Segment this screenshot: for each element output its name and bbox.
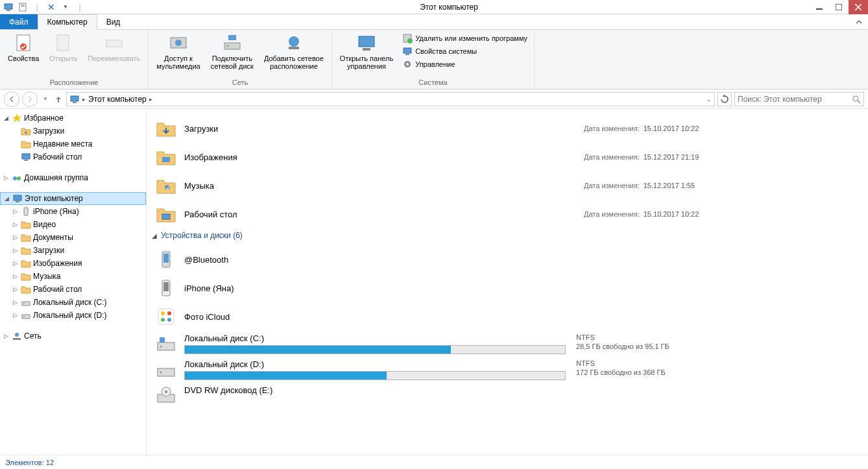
svg-rect-28	[71, 96, 78, 101]
tab-file[interactable]: Файл	[0, 14, 38, 29]
expander-icon[interactable]: ▷	[12, 247, 19, 254]
add-network-location-button[interactable]: Добавить сетевое расположение	[260, 31, 328, 71]
svg-line-31	[858, 101, 860, 103]
maximize-button[interactable]	[829, 0, 849, 14]
search-input[interactable]	[738, 95, 852, 104]
devices-group-header[interactable]: ◢ Устройства и диски (6)	[152, 231, 858, 240]
status-bar: Элементов: 12	[0, 455, 868, 469]
uninstall-program-button[interactable]: Удалить или изменить программу	[400, 32, 530, 44]
up-button[interactable]	[53, 91, 64, 107]
tree-desktop2[interactable]: ▷ Рабочий стол	[0, 283, 146, 296]
folder-music-icon	[21, 271, 31, 282]
expander-icon[interactable]: ▷	[12, 299, 19, 306]
tree-favorites[interactable]: ◢ Избранное	[0, 112, 146, 125]
svg-rect-11	[57, 35, 69, 51]
control-panel-button[interactable]: Открыть панель управления	[336, 31, 397, 71]
cpanel-label: Открыть панель управления	[340, 54, 393, 70]
ribbon-collapse-icon[interactable]	[850, 14, 868, 29]
tree-homegroup[interactable]: ▷ Домашняя группа	[0, 171, 146, 184]
device-row[interactable]: iPhone (Яна)	[152, 274, 858, 302]
device-row[interactable]: @Bluetooth	[152, 245, 858, 274]
content-pane: Загрузки Дата изменения:15.10.2017 10:22…	[147, 109, 868, 455]
expander-icon[interactable]: ▷	[3, 333, 10, 340]
map-drive-button[interactable]: Подключить сетевой диск	[207, 31, 258, 71]
manage-button[interactable]: Управление	[400, 58, 530, 70]
tab-computer[interactable]: Компьютер	[38, 14, 97, 30]
expander-icon[interactable]: ◢	[3, 115, 10, 122]
drive-row[interactable]: DVD RW дисковод (E:)	[152, 383, 858, 409]
expander-icon[interactable]: ▷	[12, 234, 19, 241]
rename-button[interactable]: Переименовать	[84, 31, 145, 64]
qat-dropdown-icon[interactable]: ▼	[60, 1, 71, 13]
tree-network[interactable]: ▷ Сеть	[0, 330, 146, 343]
folder-pictures-icon	[21, 258, 31, 269]
folder-name: Изображения	[184, 152, 584, 162]
tree-desktop[interactable]: Рабочий стол	[0, 150, 146, 163]
tree-disk-d-label: Локальный диск (D:)	[33, 311, 107, 320]
expander-icon[interactable]: ◢	[3, 195, 10, 202]
expander-icon[interactable]: ▷	[12, 208, 19, 215]
folder-row[interactable]: Рабочий стол Дата изменения:15.10.2017 1…	[152, 200, 858, 228]
device-row[interactable]: Фото iCloud	[152, 302, 858, 331]
tab-view[interactable]: Вид	[97, 14, 130, 29]
refresh-button[interactable]	[717, 92, 732, 106]
ribbon-group-location-label: Расположение	[4, 77, 144, 88]
svg-rect-6	[836, 4, 842, 10]
address-dropdown-icon[interactable]: ⌄	[706, 96, 712, 102]
uninstall-icon	[402, 33, 413, 43]
drive-row[interactable]: Локальный диск (D:) NTFS 172 ГБ свободно…	[152, 357, 858, 383]
tree-pictures[interactable]: ▷ Изображения	[0, 257, 146, 270]
expander-icon[interactable]: ▷	[3, 174, 10, 182]
recent-dropdown-icon[interactable]: ▼	[40, 91, 51, 107]
tree-recent[interactable]: Недавние места	[0, 138, 146, 150]
svg-rect-25	[405, 54, 409, 55]
tree-iphone[interactable]: ▷ iPhone (Яна)	[0, 205, 146, 218]
media-access-button[interactable]: Доступ к мультимедиа	[152, 31, 204, 71]
folder-downloads-icon	[156, 118, 176, 139]
breadcrumb-this-pc[interactable]: Этот компьютер	[88, 95, 147, 104]
expander-icon[interactable]: ▷	[12, 286, 19, 293]
ribbon-group-system: Открыть панель управления Удалить или из…	[332, 30, 535, 89]
tree-documents[interactable]: ▷ Документы	[0, 231, 146, 244]
svg-rect-58	[160, 337, 165, 343]
tree-this-pc[interactable]: ◢ Этот компьютер	[0, 192, 146, 205]
expander-icon[interactable]: ▷	[12, 221, 19, 228]
search-box[interactable]	[734, 92, 864, 106]
computer-icon	[69, 94, 80, 104]
qat-delete-icon[interactable]: ✕	[45, 1, 57, 13]
svg-point-16	[226, 45, 228, 47]
tree-music[interactable]: ▷ Музыка	[0, 270, 146, 283]
svg-point-27	[406, 63, 409, 66]
svg-point-54	[161, 318, 165, 322]
tree-disk-d[interactable]: ▷ Локальный диск (D:)	[0, 309, 146, 322]
folder-row[interactable]: Музыка Дата изменения:15.12.2017 1:55	[152, 171, 858, 200]
minimize-button[interactable]	[810, 0, 829, 14]
svg-point-57	[160, 346, 162, 348]
expander-icon[interactable]: ▷	[12, 312, 19, 319]
tree-downloads[interactable]: Загрузки	[0, 125, 146, 138]
titlebar: | ✕ ▼ | Этот компьютер	[0, 0, 868, 14]
tree-disk-c[interactable]: ▷ Локальный диск (C:)	[0, 296, 146, 309]
folder-row[interactable]: Загрузки Дата изменения:15.10.2017 10:22	[152, 114, 858, 143]
folder-row[interactable]: Изображения Дата изменения:15.12.2017 21…	[152, 143, 858, 171]
tree-downloads2[interactable]: ▷ Загрузки	[0, 244, 146, 257]
qat-properties-icon[interactable]	[17, 1, 29, 13]
chevron-right-icon2[interactable]: ▸	[149, 96, 152, 102]
drive-row[interactable]: Локальный диск (C:) NTFS 28,5 ГБ свободн…	[152, 331, 858, 357]
tree-videos[interactable]: ▷ Видео	[0, 218, 146, 231]
system-properties-button[interactable]: Свойства системы	[400, 45, 530, 57]
forward-button[interactable]	[22, 91, 38, 107]
svg-rect-5	[816, 8, 823, 10]
close-button[interactable]	[849, 0, 868, 14]
open-button[interactable]: Открыть	[45, 31, 81, 64]
qat-icon-computer-icon[interactable]	[3, 1, 14, 13]
folder-pictures-icon	[156, 147, 176, 167]
expander-icon[interactable]: ▷	[12, 273, 19, 280]
address-bar[interactable]: ▸ Этот компьютер ▸ ⌄	[66, 92, 715, 106]
svg-point-43	[15, 333, 19, 337]
properties-button[interactable]: Свойства	[4, 31, 43, 64]
back-button[interactable]	[4, 91, 19, 107]
svg-rect-29	[73, 102, 77, 103]
chevron-right-icon[interactable]: ▸	[82, 96, 86, 102]
expander-icon[interactable]: ▷	[12, 260, 19, 267]
